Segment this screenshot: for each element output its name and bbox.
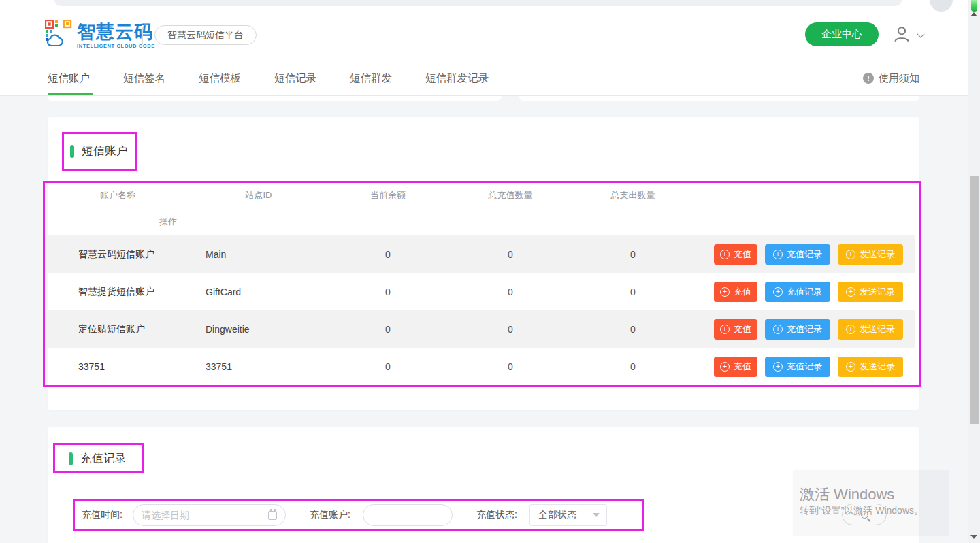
accounts-section-title: 短信账户 [70, 144, 128, 159]
tab-sms-bulk[interactable]: 短信群发 [350, 71, 392, 86]
logo-text: 智慧云码 INTELLIGENT CLOUD CODE [77, 22, 155, 49]
card-remnant-left [48, 96, 502, 101]
table-row: 33751 33751 0 0 0 充值 充值记录 发送记录 [45, 348, 915, 385]
table-row: 智慧云码短信账户 Main 0 0 0 充值 充值记录 发送记录 [45, 235, 915, 273]
browser-top-strip [0, 0, 980, 7]
plus-circle-icon [773, 362, 783, 372]
tab-sms-signatures[interactable]: 短信签名 [123, 71, 165, 86]
browser-omnibar [54, 0, 902, 6]
tab-sms-records[interactable]: 短信记录 [274, 71, 316, 86]
tab-sms-bulk-records[interactable]: 短信群发记录 [425, 71, 489, 86]
logo-title: 智慧云码 [77, 22, 155, 42]
recharge-records-card: 充值记录 充值时间: 充值账户: 充值状态: 全部状态 [48, 427, 919, 543]
account-name: 定位贴短信账户 [45, 323, 191, 335]
page-header: 智慧云码 INTELLIGENT CLOUD CODE 智慧云码短信平台 企业中… [0, 7, 968, 61]
top-divider [0, 7, 968, 7]
plus-circle-icon [846, 250, 855, 259]
balance: 0 [327, 361, 449, 372]
enterprise-center-button[interactable]: 企业中心 [805, 22, 879, 46]
sms-accounts-card: 短信账户 账户名称 站点ID 当前余额 总充值数量 总支出数量 操作 智慧云码短… [48, 117, 919, 410]
total-recharge: 0 [449, 361, 572, 372]
search-icon [861, 511, 868, 519]
user-avatar-icon [892, 24, 912, 47]
usage-notice-link[interactable]: ! 使用须知 [863, 61, 919, 95]
plus-circle-icon [846, 362, 855, 372]
row-actions: 充值 充值记录 发送记录 [694, 282, 915, 302]
plus-circle-icon [846, 325, 855, 334]
annotation-box-filters [73, 499, 644, 531]
recharge-button[interactable]: 充值 [714, 244, 757, 265]
recharge-title-text: 充值记录 [80, 451, 127, 466]
table-header-row-wrapped: 操作 [45, 208, 915, 235]
col-header-site-id: 站点ID [191, 183, 327, 208]
recharge-button[interactable]: 充值 [714, 319, 757, 340]
site-id: Dingweitie [191, 324, 327, 335]
accounts-table: 账户名称 站点ID 当前余额 总充值数量 总支出数量 操作 智慧云码短信账户 M… [45, 183, 915, 385]
scrollbar-up-arrow-icon[interactable] [970, 12, 977, 16]
chevron-down-icon [917, 30, 924, 37]
recharge-records-button[interactable]: 充值记录 [765, 282, 830, 302]
balance: 0 [327, 249, 449, 260]
balance: 0 [327, 286, 449, 297]
plus-circle-icon [720, 287, 730, 297]
table-header-row: 账户名称 站点ID 当前余额 总充值数量 总支出数量 [45, 183, 915, 208]
total-recharge: 0 [449, 324, 572, 335]
scrollbar-thumb[interactable] [970, 176, 979, 424]
account-name: 33751 [45, 361, 191, 372]
search-button[interactable] [842, 504, 887, 525]
col-header-total-expense: 总支出数量 [572, 183, 694, 208]
send-records-button[interactable]: 发送记录 [838, 357, 903, 377]
table-row: 智慧提货短信账户 GiftCard 0 0 0 充值 充值记录 发送记录 [45, 273, 915, 310]
card-remnant-right [519, 96, 919, 101]
total-expense: 0 [572, 249, 694, 260]
recharge-button[interactable]: 充值 [714, 282, 757, 302]
recharge-records-button[interactable]: 充值记录 [765, 244, 830, 265]
account-name: 智慧云码短信账户 [45, 248, 191, 261]
accounts-title-text: 短信账户 [82, 144, 128, 159]
account-name: 智慧提货短信账户 [45, 286, 191, 298]
plus-circle-icon [773, 325, 783, 334]
user-menu[interactable] [892, 24, 924, 47]
logo[interactable]: 智慧云码 INTELLIGENT CLOUD CODE [45, 20, 155, 51]
col-header-balance: 当前余额 [327, 183, 449, 208]
send-records-button[interactable]: 发送记录 [838, 319, 903, 340]
col-header-actions: 操作 [45, 216, 177, 228]
recharge-records-button[interactable]: 充值记录 [765, 319, 830, 340]
table-row: 定位贴短信账户 Dingweitie 0 0 0 充值 充值记录 发送记录 [45, 310, 915, 348]
total-recharge: 0 [449, 249, 572, 260]
plus-circle-icon [773, 250, 783, 259]
col-header-account-name: 账户名称 [45, 183, 191, 208]
row-actions: 充值 充值记录 发送记录 [694, 357, 915, 377]
usage-notice-label: 使用须知 [879, 72, 919, 85]
plus-circle-icon [720, 362, 730, 372]
site-id: 33751 [191, 361, 327, 372]
tab-sms-templates[interactable]: 短信模板 [199, 71, 241, 86]
recharge-records-button[interactable]: 充值记录 [765, 357, 830, 377]
site-id: GiftCard [191, 286, 327, 297]
green-capsule-icon [70, 145, 74, 158]
plus-circle-icon [846, 287, 855, 297]
scrollbar [968, 0, 980, 543]
header-divider [142, 27, 143, 44]
info-icon: ! [863, 73, 874, 84]
total-recharge: 0 [449, 286, 572, 297]
scroll-progress-indicator [971, 0, 977, 12]
total-expense: 0 [572, 324, 694, 335]
plus-circle-icon [720, 325, 730, 334]
tab-sms-accounts[interactable]: 短信账户 [48, 71, 90, 86]
logo-subtitle: INTELLIGENT CLOUD CODE [77, 43, 155, 49]
send-records-button[interactable]: 发送记录 [838, 282, 903, 302]
recharge-section-title: 充值记录 [69, 451, 127, 466]
row-actions: 充值 充值记录 发送记录 [694, 319, 915, 340]
green-capsule-icon [69, 452, 73, 465]
platform-badge: 智慧云码短信平台 [154, 25, 257, 45]
send-records-button[interactable]: 发送记录 [838, 244, 903, 265]
plus-circle-icon [773, 287, 783, 297]
app-window: 智慧云码 INTELLIGENT CLOUD CODE 智慧云码短信平台 企业中… [0, 0, 980, 543]
row-actions: 充值 充值记录 发送记录 [694, 244, 915, 265]
plus-circle-icon [720, 250, 730, 259]
scrollbar-down-arrow-icon[interactable] [970, 535, 977, 539]
total-expense: 0 [572, 286, 694, 297]
main-nav: 短信账户 短信签名 短信模板 短信记录 短信群发 短信群发记录 ! 使用须知 [0, 61, 968, 96]
recharge-button[interactable]: 充值 [714, 357, 757, 377]
